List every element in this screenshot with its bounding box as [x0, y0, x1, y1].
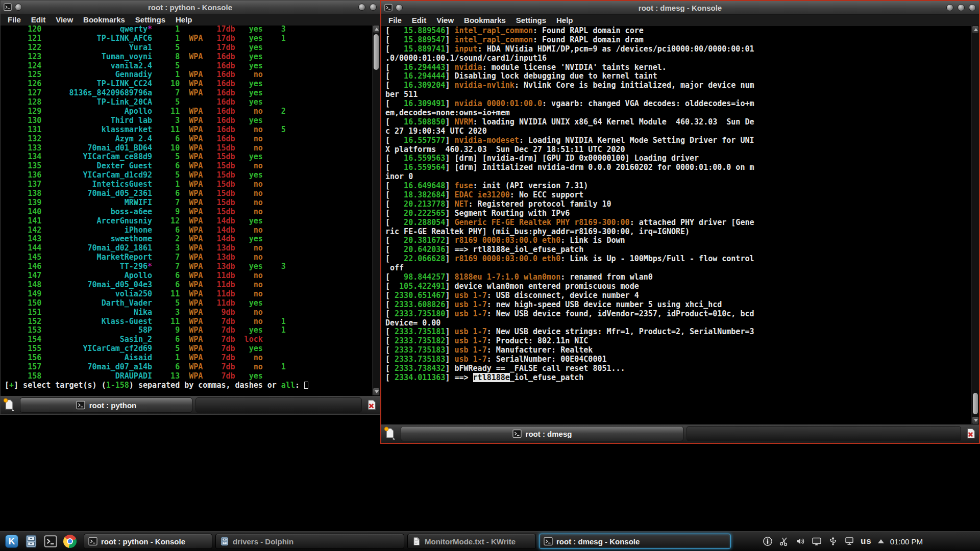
net-power: 15db	[203, 180, 235, 189]
window-menu-button[interactable]	[396, 4, 403, 11]
usb-icon[interactable]	[828, 536, 838, 546]
new-tab-button[interactable]	[2, 397, 17, 413]
minimize-button[interactable]	[358, 4, 365, 11]
scroll-down-icon[interactable]	[972, 417, 978, 424]
menu-view[interactable]: View	[431, 15, 459, 26]
net-id: 148	[5, 280, 41, 289]
close-tab-button[interactable]	[365, 398, 378, 412]
new-tab-button[interactable]	[382, 426, 398, 441]
scroll-up-icon[interactable]	[373, 26, 379, 33]
log-line: c 27 19:00:34 UTC 2020	[381, 127, 971, 136]
net-channel: 8	[152, 52, 180, 61]
scrollbar[interactable]	[372, 25, 380, 396]
net-power: 17db	[203, 34, 235, 43]
volume-icon[interactable]	[795, 536, 805, 546]
net-power: 7db	[203, 335, 235, 344]
menu-bookmarks[interactable]: Bookmarks	[459, 15, 511, 26]
net-wps: no	[235, 107, 263, 116]
taskbar-button-root-dmesg-konsole[interactable]: root : dmesg - Konsole	[539, 534, 731, 549]
net-essid: volia250	[41, 289, 152, 298]
tab-root-dmesg[interactable]: root : dmesg	[401, 426, 683, 441]
launcher-dolphin[interactable]	[23, 534, 39, 549]
log-timestamp: 18.382684	[390, 190, 445, 199]
net-essid: TT-296	[41, 262, 148, 271]
panel-expand-icon[interactable]	[878, 539, 884, 543]
net-power: 16db	[203, 116, 235, 125]
net-id: 147	[5, 271, 41, 280]
network-row: 123 Tuman_voyni 8 WPA 16db yes	[1, 53, 372, 62]
scrollbar[interactable]	[971, 26, 979, 424]
net-id: 127	[5, 88, 41, 97]
net-id: 154	[5, 335, 41, 344]
net-channel: 7	[152, 262, 180, 271]
launcher-chrome[interactable]	[62, 534, 78, 549]
net-essid: TP-LINK_CC24	[41, 79, 152, 88]
scroll-up-icon[interactable]	[972, 26, 978, 33]
device-icon[interactable]	[844, 536, 854, 546]
log-timestamp: 2333.735182	[390, 336, 445, 345]
maximize-button[interactable]	[958, 4, 965, 11]
log-timestamp: 15.889546	[390, 26, 445, 35]
net-power: 7db	[203, 344, 235, 353]
info-icon[interactable]	[763, 536, 773, 546]
net-channel: 1	[152, 70, 180, 79]
log-timestamp: 20.222565	[390, 209, 445, 218]
close-tab-button[interactable]	[964, 427, 977, 440]
launcher-konsole[interactable]	[43, 534, 58, 549]
taskbar-button-root-python-konsole[interactable]: root : python - Konsole	[84, 534, 212, 549]
menu-settings[interactable]: Settings	[130, 14, 170, 26]
log-text: [	[385, 355, 390, 364]
scroll-down-icon[interactable]	[373, 388, 379, 395]
net-clients: 3	[263, 262, 286, 271]
window-titlebar[interactable]: root : python - Konsole	[1, 1, 380, 14]
display-icon[interactable]	[812, 536, 822, 546]
window-title: root : python - Konsole	[1, 3, 380, 12]
scrollbar-thumb[interactable]	[374, 34, 379, 70]
menu-settings[interactable]: Settings	[511, 15, 551, 26]
net-wps: yes	[235, 344, 263, 353]
menu-view[interactable]: View	[51, 14, 78, 26]
window-python-konsole: root : python - Konsole FileEditViewBook…	[0, 0, 380, 415]
network-row: 158 DRAUPADI 13 WPA 7db yes	[1, 372, 372, 381]
net-power: 11db	[203, 298, 235, 308]
network-row: 125 Gennadiy 1 WPA 16db no	[1, 70, 372, 80]
tab-root-python[interactable]: root : python	[20, 397, 192, 413]
menu-help[interactable]: Help	[551, 15, 578, 26]
log-timestamp: 16.309204	[390, 81, 445, 90]
net-channel: 3	[152, 243, 180, 253]
taskbar: K root : python - Konsoledrivers - Dolph…	[0, 531, 980, 551]
window-menu-button[interactable]	[15, 4, 22, 11]
scissors-icon[interactable]	[779, 536, 789, 546]
log-line: [ 98.844257] 8188eu 1-7:1.0 wlan0mon: re…	[381, 273, 971, 282]
menu-file[interactable]: File	[383, 15, 407, 26]
log-timestamp: 20.213778	[390, 199, 445, 209]
keyboard-layout-indicator[interactable]: us	[861, 536, 872, 546]
net-channel: 6	[152, 335, 180, 344]
log-text: [	[385, 117, 390, 127]
menu-edit[interactable]: Edit	[407, 15, 431, 26]
scrollbar-thumb[interactable]	[973, 393, 978, 414]
log-text: [	[385, 236, 390, 245]
close-button[interactable]	[969, 4, 976, 11]
menu-help[interactable]: Help	[170, 14, 198, 26]
desktop: root : python - Konsole FileEditViewBook…	[0, 0, 980, 551]
menu-bookmarks[interactable]: Bookmarks	[78, 14, 130, 26]
network-row: 132 Azym 2.4 6 WPA 16db no	[1, 135, 372, 144]
net-wps: no	[235, 198, 263, 207]
net-wps: no	[235, 362, 263, 371]
konsole-tab-icon	[512, 429, 522, 438]
maximize-button[interactable]	[370, 4, 377, 11]
net-power: 9db	[203, 308, 235, 317]
menu-file[interactable]: File	[3, 14, 26, 26]
net-encryption: WPA	[180, 207, 203, 216]
launcher-kmenu[interactable]: K	[4, 534, 19, 549]
window-titlebar[interactable]: root : dmesg - Konsole	[381, 1, 979, 15]
taskbar-button-monitormode-txt-kwrite[interactable]: MonitorMode.txt - KWrite	[407, 534, 536, 549]
clock[interactable]: 01:00 PM	[890, 537, 923, 546]
network-row: 136 YICarCam_d1cd92 5 WPA 15db yes	[1, 171, 372, 180]
menu-edit[interactable]: Edit	[26, 14, 51, 26]
taskbar-button-drivers-dolphin[interactable]: drivers - Dolphin	[215, 534, 404, 549]
log-line: [ 16.294443] nvidia: module license 'NVI…	[381, 63, 971, 72]
minimize-button[interactable]	[946, 4, 953, 11]
net-essid: 58P	[41, 325, 152, 335]
